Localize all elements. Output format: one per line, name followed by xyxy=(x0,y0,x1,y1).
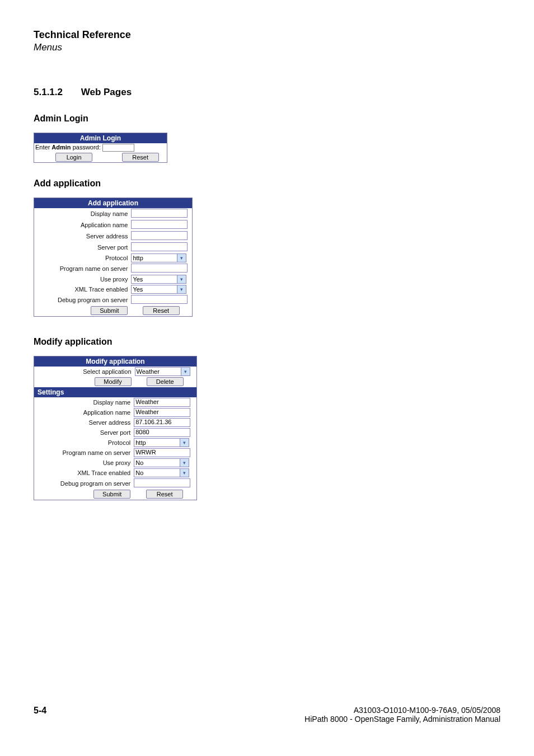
input-application-name[interactable] xyxy=(131,220,188,229)
admin-password-input[interactable] xyxy=(102,144,134,152)
panel-title-add-application: Add application xyxy=(34,198,192,208)
prompt-bold: Admin xyxy=(51,144,71,151)
select-protocol[interactable]: http ▾ xyxy=(134,438,189,447)
input-debug[interactable] xyxy=(134,478,190,487)
label-debug: Debug program on server xyxy=(34,294,129,306)
select-application[interactable]: Weather ▾ xyxy=(135,367,190,376)
page-number: 5-4 xyxy=(34,706,46,716)
label-application-name: Application name xyxy=(34,407,132,417)
label-xml-trace: XML Trace enabled xyxy=(34,284,129,294)
label-protocol: Protocol xyxy=(34,438,132,448)
label-server-address: Server address xyxy=(34,417,132,428)
modify-button[interactable]: Modify xyxy=(95,377,132,386)
reset-button[interactable]: Reset xyxy=(143,306,180,315)
heading-add-application: Add application xyxy=(34,179,500,189)
doc-title: HiPath 8000 - OpenStage Family, Administ… xyxy=(305,715,500,724)
reset-button[interactable]: Reset xyxy=(146,490,183,499)
select-xml-trace[interactable]: Yes ▾ xyxy=(131,285,186,294)
select-xml-trace-value: No xyxy=(135,469,143,476)
chevron-down-icon: ▾ xyxy=(177,254,186,262)
reset-button[interactable]: Reset xyxy=(122,153,159,162)
chevron-down-icon: ▾ xyxy=(181,368,190,375)
label-display-name: Display name xyxy=(34,397,132,407)
input-debug[interactable] xyxy=(131,295,188,304)
label-display-name: Display name xyxy=(34,208,129,219)
select-protocol[interactable]: http ▾ xyxy=(131,253,186,262)
doc-id: A31003-O1010-M100-9-76A9, 05/05/2008 xyxy=(354,706,500,715)
panel-add-application: Add application Display name Application… xyxy=(34,198,193,317)
input-application-name[interactable]: Weather xyxy=(134,408,190,417)
select-use-proxy-value: No xyxy=(135,459,143,466)
input-server-address[interactable]: 87.106.21.36 xyxy=(134,418,190,427)
prompt-prefix: Enter xyxy=(35,144,51,151)
label-xml-trace: XML Trace enabled xyxy=(34,468,132,478)
select-xml-trace[interactable]: No ▾ xyxy=(134,468,189,477)
label-server-port: Server port xyxy=(34,242,129,253)
select-application-value: Weather xyxy=(137,368,160,375)
chevron-down-icon: ▾ xyxy=(177,275,186,283)
select-use-proxy[interactable]: No ▾ xyxy=(134,458,189,467)
prompt-suffix: password: xyxy=(71,144,101,151)
heading-modify-application: Modify application xyxy=(34,337,500,347)
label-server-port: Server port xyxy=(34,428,132,438)
login-button[interactable]: Login xyxy=(55,153,92,162)
chevron-down-icon: ▾ xyxy=(180,459,189,467)
label-server-address: Server address xyxy=(34,231,129,242)
panel-title-modify-application: Modify application xyxy=(34,356,196,367)
input-server-port[interactable]: 8080 xyxy=(134,428,190,437)
section-name: Web Pages xyxy=(81,87,132,97)
delete-button[interactable]: Delete xyxy=(147,377,184,386)
select-use-proxy-value: Yes xyxy=(133,276,143,283)
select-use-proxy[interactable]: Yes ▾ xyxy=(131,275,186,284)
section-title: 5.1.1.2 Web Pages xyxy=(34,87,500,98)
heading-admin-login: Admin Login xyxy=(34,114,500,124)
input-server-address[interactable] xyxy=(131,231,188,240)
label-program-name: Program name on server xyxy=(34,263,129,274)
label-debug: Debug program on server xyxy=(34,478,132,489)
label-use-proxy: Use proxy xyxy=(34,274,129,284)
label-use-proxy: Use proxy xyxy=(34,458,132,468)
input-program-name[interactable] xyxy=(131,264,188,273)
section-number: 5.1.1.2 xyxy=(34,87,78,98)
input-display-name[interactable]: Weather xyxy=(134,398,190,407)
label-application-name: Application name xyxy=(34,219,129,231)
label-select-application: Select application xyxy=(34,367,133,377)
panel-modify-application: Modify application Select application We… xyxy=(34,356,197,500)
panel-admin-login: Admin Login Enter Admin password: Login … xyxy=(34,133,167,163)
select-xml-trace-value: Yes xyxy=(133,286,143,293)
chevron-down-icon: ▾ xyxy=(177,285,186,293)
label-protocol: Protocol xyxy=(34,253,129,263)
page-footer: 5-4 A31003-O1010-M100-9-76A9, 05/05/2008… xyxy=(34,706,500,724)
heading-technical-reference: Technical Reference xyxy=(34,29,500,41)
label-program-name: Program name on server xyxy=(34,448,132,458)
panel-title-admin-login: Admin Login xyxy=(34,133,167,143)
chevron-down-icon: ▾ xyxy=(180,439,189,447)
input-server-port[interactable] xyxy=(131,242,188,251)
submit-button[interactable]: Submit xyxy=(93,490,130,499)
select-protocol-value: http xyxy=(133,255,143,261)
input-program-name[interactable]: WRWR xyxy=(134,448,190,457)
chevron-down-icon: ▾ xyxy=(180,469,189,477)
heading-menus: Menus xyxy=(34,42,500,53)
settings-bar: Settings xyxy=(34,387,196,397)
admin-login-prompt: Enter Admin password: xyxy=(34,143,167,152)
select-protocol-value: http xyxy=(135,439,146,446)
submit-button[interactable]: Submit xyxy=(91,306,128,315)
input-display-name[interactable] xyxy=(131,209,188,218)
